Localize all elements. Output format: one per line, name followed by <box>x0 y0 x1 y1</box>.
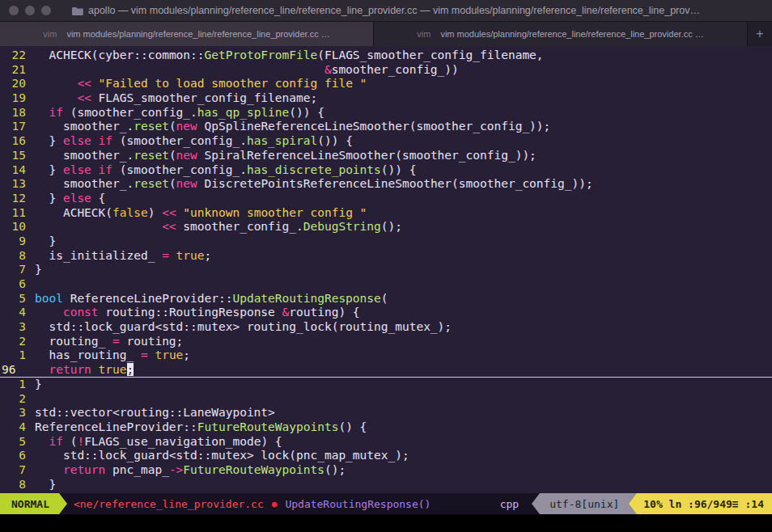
token: } <box>35 163 63 176</box>
token: } <box>35 134 63 147</box>
token: std::vector<routing::LaneWaypoint> <box>35 406 275 419</box>
token: << <box>162 220 176 233</box>
code-text: ACHECK(false) << "unknown smoother confi… <box>29 206 367 221</box>
token: } <box>35 263 42 276</box>
token: UpdateRoutingResponse <box>232 292 380 305</box>
code-text: is_initialized_ = true; <box>29 249 211 264</box>
token: routing_ <box>35 335 112 348</box>
token: & <box>324 63 332 76</box>
token <box>35 435 49 448</box>
line-number: 5 <box>0 292 29 306</box>
line-number: 7 <box>0 263 29 277</box>
token: ( <box>63 435 77 448</box>
token: (smoother_config_. <box>63 106 197 119</box>
line-number: 17 <box>0 120 29 134</box>
line-number: 2 <box>0 335 29 349</box>
code-line: 5bool ReferenceLineProvider::UpdateRouti… <box>0 292 772 306</box>
code-text <box>29 277 35 292</box>
token: if <box>49 435 62 448</box>
code-line-current: 96 return true; <box>0 363 772 378</box>
line-number: 9 <box>0 234 29 249</box>
token: std::lock_guard<std::mutex> routing_lock… <box>35 320 452 333</box>
token <box>91 134 99 147</box>
code-text: } <box>29 478 56 492</box>
line-number: 20 <box>0 77 29 91</box>
code-text: } else if (smoother_config_.has_discrete… <box>29 163 416 178</box>
filetype-label: cpp <box>500 498 525 510</box>
token: smoother_. <box>35 177 134 190</box>
mode-label: NORMAL <box>11 498 49 510</box>
token: has_qp_spline <box>197 106 290 119</box>
powerline-arrow-icon <box>629 493 637 514</box>
minimize-button[interactable] <box>25 6 35 15</box>
token: -> <box>169 463 183 476</box>
token: smoother_. <box>35 120 134 133</box>
token: has_discrete_points <box>247 163 381 176</box>
token: smoother_. <box>35 149 134 162</box>
token: << <box>162 206 176 219</box>
token: ( <box>169 177 176 190</box>
code-line: 17 smoother_.reset(new QpSplineReference… <box>0 120 772 134</box>
token: new <box>176 120 197 133</box>
code-text: smoother_.reset(new DiscretePointsRefere… <box>29 177 593 192</box>
token: else <box>63 134 91 147</box>
code-text: smoother_.reset(new QpSplineReferenceLin… <box>29 120 550 134</box>
token: "Failed to load smoother config file " <box>99 77 367 90</box>
zoom-button[interactable] <box>41 6 51 15</box>
tab-vim-2[interactable]: vim vim modules/planning/reference_line/… <box>374 22 748 46</box>
line-number: 16 <box>0 134 29 149</box>
token: } <box>35 478 56 491</box>
token <box>91 163 99 176</box>
line-number: 1 <box>0 348 29 363</box>
line-number: 18 <box>0 106 29 120</box>
token: ; <box>183 348 190 361</box>
token: bool <box>35 292 63 305</box>
code-line: 20 << "Failed to load smoother config fi… <box>0 77 772 91</box>
token: ( <box>169 149 176 162</box>
token: ()) { <box>381 163 417 176</box>
line-number: 2 <box>0 392 29 407</box>
token: true <box>176 249 205 262</box>
token: GetProtoFromFile <box>205 49 318 61</box>
token: ; <box>205 249 212 262</box>
tab-title: vim modules/planning/reference_line/refe… <box>66 29 329 39</box>
code-line: 15 smoother_.reset(new SpiralReferenceLi… <box>0 149 772 163</box>
token <box>35 63 324 76</box>
token: if <box>99 163 112 176</box>
traffic-lights <box>9 0 51 21</box>
token <box>35 306 63 319</box>
code-line: 5 if (!FLAGS_use_navigation_mode) { <box>0 435 772 450</box>
code-line: 21 &smoother_config_)) <box>0 63 772 78</box>
token: "unknown smoother config " <box>183 206 367 219</box>
encoding-label: utf-8[unix] <box>549 498 619 510</box>
code-text <box>29 392 35 407</box>
position-label: 10% ln :96/949≡ :14 <box>643 498 764 510</box>
line-number: 4 <box>0 306 29 320</box>
code-text: << smoother_config_.DebugString(); <box>29 220 402 234</box>
token: & <box>282 306 290 319</box>
code-text: ReferenceLineProvider::FutureRouteWaypoi… <box>29 420 367 435</box>
code-area[interactable]: 22 ACHECK(cyber::common::GetProtoFromFil… <box>0 46 772 493</box>
line-number: 11 <box>0 206 29 221</box>
new-tab-button[interactable]: + <box>748 22 772 46</box>
line-number: 6 <box>0 277 29 292</box>
tab-title: vim modules/planning/reference_line/refe… <box>440 29 703 39</box>
token: smoother_config_. <box>176 220 303 233</box>
close-button[interactable] <box>9 6 19 15</box>
token: smoother_config_)) <box>332 63 459 76</box>
token <box>91 77 99 90</box>
line-number: 8 <box>0 478 29 492</box>
code-line: 7} <box>0 263 772 277</box>
tab-vim-1[interactable]: vim vim modules/planning/reference_line/… <box>0 22 374 46</box>
token: routing) { <box>289 306 359 319</box>
proxy-folder-icon <box>72 6 83 15</box>
titlebar: apollo — vim modules/planning/reference_… <box>0 0 772 22</box>
code-text: has_routing_ = true; <box>29 348 190 363</box>
code-line: 7 return pnc_map_->FutureRouteWaypoints(… <box>0 463 772 478</box>
line-number: 3 <box>0 406 29 420</box>
token <box>91 363 99 376</box>
token: else <box>63 163 91 176</box>
token: << <box>77 91 91 104</box>
code-line: 10 << smoother_config_.DebugString(); <box>0 220 772 234</box>
code-text: routing_ = routing; <box>29 335 183 349</box>
